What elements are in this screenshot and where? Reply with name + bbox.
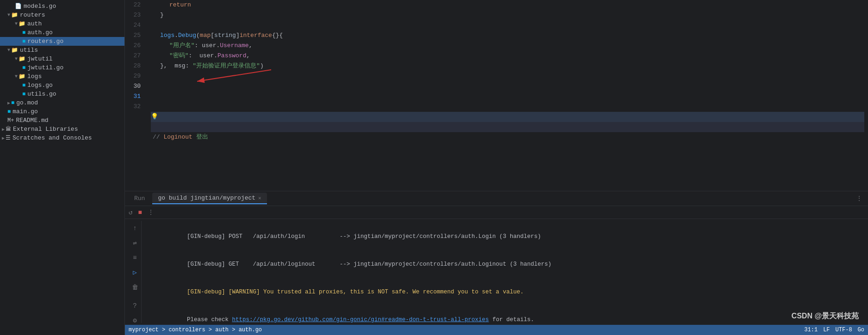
file-go-icon: ■ xyxy=(22,38,25,45)
sidebar-item-auth-folder[interactable]: ▼ 📁 auth xyxy=(0,19,124,28)
code-editor: 22 23 24 25 26 27 28 29 30 31 32 return xyxy=(125,0,868,191)
library-icon: 🏛 xyxy=(6,126,11,133)
sidebar-item-scratches[interactable]: ▶ ☰ Scratches and Consoles xyxy=(0,134,124,142)
code-line-23: } xyxy=(151,10,864,20)
file-go-icon: 📄 xyxy=(15,3,22,10)
code-line-28: }, msg: "开始验证用户登录信息") xyxy=(151,61,864,71)
folder-icon: 📁 xyxy=(11,47,18,54)
sidebar-item-main-go[interactable]: ■ main.go xyxy=(0,107,124,116)
sidebar-item-jwtutil-go[interactable]: ■ jwtutil.go xyxy=(0,63,124,72)
sidebar-label: go.mod xyxy=(16,99,38,106)
chevron-down-icon: ▼ xyxy=(7,48,10,53)
console-line-1: [GIN-debug] POST /api/auth/login --> jin… xyxy=(145,223,861,250)
breadcrumb: myproject > controllers > auth > auth.go xyxy=(129,327,262,333)
rerun-icon[interactable]: ↺ xyxy=(127,207,134,217)
sidebar-item-readme[interactable]: M+ README.md xyxy=(0,116,124,125)
wrap-icon[interactable]: ⇌ xyxy=(132,238,137,249)
left-panel-icons: ↑ ⇌ ≡ ▷ 🗑 ? ⚙ xyxy=(129,221,142,323)
delete-icon[interactable]: 🗑 xyxy=(131,282,139,293)
folder-icon: 📁 xyxy=(11,12,18,18)
code-line-27: "密码": user.Password, xyxy=(151,51,864,61)
sidebar-item-auth-go[interactable]: ■ auth.go xyxy=(0,28,124,37)
sidebar-item-jwtutil[interactable]: ▼ 📁 jwtutil xyxy=(0,55,124,63)
file-go-icon: ■ xyxy=(22,65,25,71)
tab-run[interactable]: Run xyxy=(129,193,150,204)
status-left: myproject > controllers > auth > auth.go xyxy=(129,327,262,333)
encoding: UTF-8 xyxy=(836,327,852,333)
tree-icon[interactable]: ≡ xyxy=(132,252,137,263)
run-icon[interactable]: ▷ xyxy=(132,267,137,278)
code-line-29 xyxy=(151,71,864,112)
sidebar-item-routers-go[interactable]: ■ routers.go xyxy=(0,37,124,46)
sidebar-label: jwtutil xyxy=(27,55,53,62)
file-tree: 📄 models.go ▼ 📁 routers ▼ 📁 auth ■ auth.… xyxy=(0,0,125,335)
sidebar-label: External Libraries xyxy=(13,126,78,133)
line-numbers: 22 23 24 25 26 27 28 29 30 31 32 xyxy=(125,0,147,191)
sidebar-label: utils.go xyxy=(27,91,56,97)
cursor-position: 31:1 xyxy=(804,327,818,333)
sidebar-label: auth xyxy=(27,20,42,27)
console-line-4: Please check https://pkg.go.dev/github.c… xyxy=(145,306,861,323)
code-line-25: logs.Debug(map[string]interface{}{ xyxy=(151,30,864,41)
chevron-right-icon: ▶ xyxy=(2,127,5,132)
code-line-32: // Loginout 登出 xyxy=(151,132,864,142)
file-go-icon: ■ xyxy=(22,30,25,36)
chevron-right-icon: ▶ xyxy=(2,135,5,141)
sidebar-label: auth.go xyxy=(27,29,53,36)
file-go-icon: ■ xyxy=(22,91,25,97)
sidebar-label: Scratches and Consoles xyxy=(12,134,92,141)
chevron-down-icon: ▼ xyxy=(15,74,18,79)
sidebar-label: README.md xyxy=(16,117,48,124)
code-line-31 xyxy=(151,122,864,132)
console-output[interactable]: ↑ ⇌ ≡ ▷ 🗑 ? ⚙ [GIN-debug] POST /api/auth… xyxy=(125,219,868,325)
code-line-26: "用户名": user.Username, xyxy=(151,41,864,51)
sidebar-item-utils-go[interactable]: ■ utils.go xyxy=(0,90,124,98)
file-go-icon: ■ xyxy=(22,82,25,89)
language: Go xyxy=(858,327,864,333)
code-lines[interactable]: return } logs.Debug(map[string]interface… xyxy=(147,0,868,191)
stop-icon[interactable]: ■ xyxy=(136,208,143,217)
sidebar-tree: 📄 models.go ▼ 📁 routers ▼ 📁 auth ■ auth.… xyxy=(0,0,124,144)
folder-icon: 📁 xyxy=(19,20,25,27)
tab-go-build[interactable]: go build jingtian/myproject ✕ xyxy=(152,193,267,204)
folder-icon: 📁 xyxy=(19,55,25,62)
status-bar: myproject > controllers > auth > auth.go… xyxy=(125,325,868,335)
sidebar-item-utils[interactable]: ▼ 📁 utils xyxy=(0,46,124,55)
code-line-24 xyxy=(151,20,864,30)
bottom-tabs: Run go build jingtian/myproject ✕ ⋮ xyxy=(125,191,868,206)
sidebar-item-logs-go[interactable]: ■ logs.go xyxy=(0,81,124,90)
chevron-right-icon: ▶ xyxy=(7,100,10,106)
help-icon[interactable]: ? xyxy=(132,300,137,311)
sidebar-label: models.go xyxy=(24,3,56,10)
file-go-icon: ■ xyxy=(11,100,14,106)
sidebar-label: logs xyxy=(27,73,42,80)
sidebar-label: utils xyxy=(20,47,38,54)
more-options-icon[interactable]: ⋮ xyxy=(854,194,864,203)
folder-icon: 📁 xyxy=(19,73,25,80)
bottom-panel: Run go build jingtian/myproject ✕ ⋮ ↺ ■ … xyxy=(125,191,868,325)
sidebar-label: main.go xyxy=(12,108,38,115)
proxy-link[interactable]: https://pkg.go.dev/github.com/gin-gonic/… xyxy=(232,317,489,323)
scroll-up-icon[interactable]: ↑ xyxy=(132,223,137,234)
sidebar-item-external-libraries[interactable]: ▶ 🏛 External Libraries xyxy=(0,125,124,134)
code-line-22: return xyxy=(151,0,864,10)
sidebar-item-routers[interactable]: ▼ 📁 routers xyxy=(0,11,124,19)
svg-line-1 xyxy=(197,70,271,81)
close-tab-icon[interactable]: ✕ xyxy=(258,195,261,201)
settings-icon[interactable]: ⚙ xyxy=(132,315,137,325)
file-go-icon: ■ xyxy=(7,109,11,115)
more-actions-icon[interactable]: ⋮ xyxy=(146,207,156,217)
tab-go-build-label: go build jingtian/myproject xyxy=(158,195,255,201)
sidebar-item-models-go[interactable]: 📄 models.go xyxy=(0,2,124,11)
scratch-icon: ☰ xyxy=(6,134,11,141)
chevron-down-icon: ▼ xyxy=(15,21,18,26)
sidebar-item-gomod[interactable]: ▶ ■ go.mod xyxy=(0,98,124,107)
sidebar-item-logs-folder[interactable]: ▼ 📁 logs xyxy=(0,72,124,81)
sidebar-label: jwtutil.go xyxy=(27,64,63,71)
watermark: CSDN @景天科技苑 xyxy=(792,311,859,321)
code-line-30: 💡 xyxy=(151,112,864,122)
console-text: [GIN-debug] POST /api/auth/login --> jin… xyxy=(142,221,864,323)
console-line-3: [GIN-debug] [WARNING] You trusted all pr… xyxy=(145,278,861,306)
console-toolbar: ↺ ■ ⋮ xyxy=(125,206,868,219)
tab-run-label: Run xyxy=(134,195,145,202)
